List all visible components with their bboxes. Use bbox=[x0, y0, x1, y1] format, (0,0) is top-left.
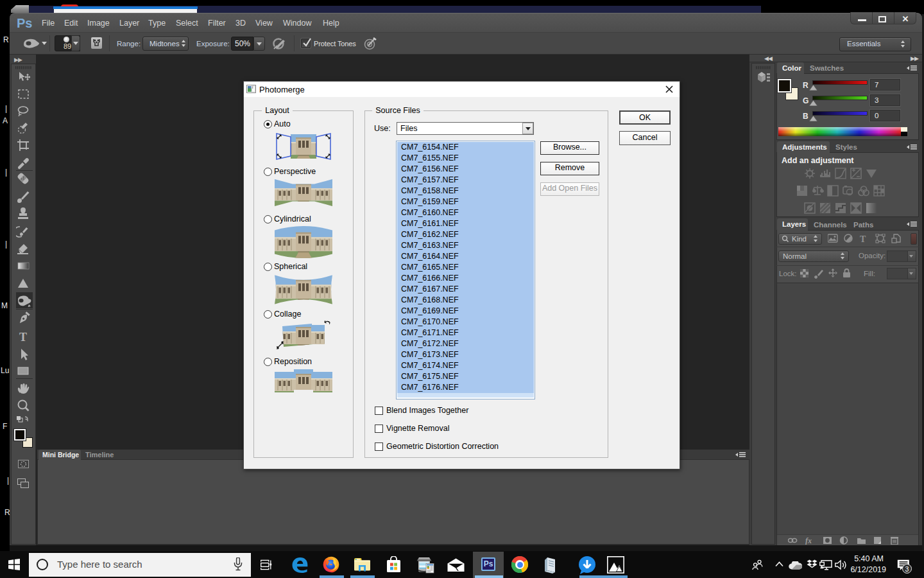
svg-text:T: T bbox=[19, 331, 27, 344]
svg-text:T: T bbox=[860, 234, 866, 244]
svg-text:fx: fx bbox=[805, 536, 812, 545]
